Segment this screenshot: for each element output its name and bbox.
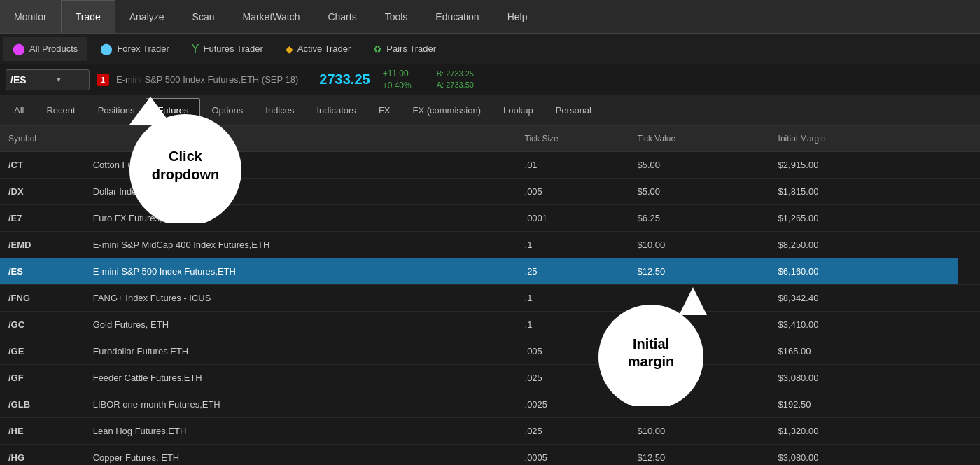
ticker-description: E-mini S&P 500 Index Futures,ETH (SEP 18… [116, 74, 298, 85]
tab-fx[interactable]: FX [368, 98, 402, 123]
cell-description: Lean Hog Futures,ETH [85, 417, 517, 444]
ticker-price: 2733.25 [319, 71, 370, 88]
nav-help[interactable]: Help [493, 0, 542, 33]
ticker-change-pct: +0.40% [383, 80, 412, 92]
cell-ticksize: .0025 [517, 391, 629, 417]
pairs-trader-label: Pairs Trader [386, 43, 436, 54]
table-row[interactable]: /ES E-mini S&P 500 Index Futures,ETH .25… [0, 258, 980, 284]
cell-symbol: /DX [0, 178, 85, 204]
tab-recent[interactable]: Recent [35, 98, 86, 123]
nav-monitor[interactable]: Monitor [0, 0, 61, 33]
top-nav: Monitor Trade Analyze Scan MarketWatch C… [0, 0, 980, 34]
cell-initialmargin: $8,342.40 [770, 284, 958, 311]
cell-initialmargin: $1,815.00 [770, 178, 958, 204]
tab-options[interactable]: Options [200, 98, 254, 123]
table-row[interactable]: /DX Dollar Index Futures .005 $5.00 $1,8… [0, 178, 980, 204]
ticker-change: +11.00 [383, 68, 412, 80]
all-products-label: All Products [29, 43, 78, 54]
tab-personal[interactable]: Personal [545, 98, 603, 123]
cell-ticksize: .025 [517, 417, 629, 444]
cell-initialmargin: $3,410.00 [770, 311, 958, 338]
symbol-dropdown-arrow[interactable]: ▼ [55, 76, 62, 83]
cell-symbol: /GE [0, 338, 85, 364]
nav-trade[interactable]: Trade [61, 0, 115, 33]
cell-symbol: /HG [0, 444, 85, 465]
cell-description: E-mini S&P MidCap 400 Index Futures,ETH [85, 231, 517, 258]
futures-trader-icon: Y [192, 43, 200, 55]
cell-initialmargin: $6,160.00 [770, 258, 958, 284]
table-header-row: Symbol Tick Size Tick Value Initial Marg… [0, 126, 980, 151]
cell-initialmargin: $3,080.00 [770, 364, 958, 391]
table-row[interactable]: /EMD E-mini S&P MidCap 400 Index Futures… [0, 231, 980, 258]
all-products-button[interactable]: ⬤ All Products [3, 37, 88, 61]
ticker-bar: ▼ 1 E-mini S&P 500 Index Futures,ETH (SE… [0, 64, 980, 95]
nav-analyze[interactable]: Analyze [115, 0, 178, 33]
cell-initialmargin: $2,915.00 [770, 151, 958, 178]
cell-symbol: /EMD [0, 231, 85, 258]
tab-lookup[interactable]: Lookup [492, 98, 545, 123]
futures-table: Symbol Tick Size Tick Value Initial Marg… [0, 126, 980, 465]
nav-marketwatch[interactable]: MarketWatch [228, 0, 314, 33]
symbol-selector[interactable]: ▼ [6, 69, 90, 90]
tab-positions[interactable]: Positions [87, 98, 146, 123]
symbol-input[interactable] [10, 74, 52, 85]
cell-ticksize: .005 [517, 338, 629, 364]
nav-scan[interactable]: Scan [178, 0, 229, 33]
cell-ticksize: .1 [517, 284, 629, 311]
forex-trader-icon: ⬤ [100, 42, 113, 55]
table-row[interactable]: /GC Gold Futures, ETH .1 $3,410.00 [0, 311, 980, 338]
table-row[interactable]: /FNG FANG+ Index Futures - ICUS .1 $8,34… [0, 284, 980, 311]
alert-badge[interactable]: 1 [97, 74, 109, 86]
cell-tickvalue: $6.25 [629, 204, 769, 231]
table-row[interactable]: /HE Lean Hog Futures,ETH .025 $10.00 $1,… [0, 417, 980, 444]
cell-ticksize: .01 [517, 151, 629, 178]
cell-symbol: /ES [0, 258, 85, 284]
table-row[interactable]: /HG Copper Futures, ETH .0005 $12.50 $3,… [0, 444, 980, 465]
cell-description: FANG+ Index Futures - ICUS [85, 284, 517, 311]
table-row[interactable]: /GLB LIBOR one-month Futures,ETH .0025 $… [0, 391, 980, 417]
col-header-ticksize: Tick Size [517, 126, 629, 151]
cell-tickvalue [629, 284, 769, 311]
forex-trader-button[interactable]: ⬤ Forex Trader [90, 37, 178, 61]
cell-tickvalue: $10.00 [629, 417, 769, 444]
ticker-bid: B: 2733.25 [437, 69, 474, 79]
cell-description: Euro FX Futures,ETH [85, 204, 517, 231]
nav-charts[interactable]: Charts [314, 0, 370, 33]
cell-tickvalue [629, 311, 769, 338]
cell-ticksize: .0001 [517, 204, 629, 231]
cell-ticksize: .1 [517, 231, 629, 258]
tab-indicators[interactable]: Indicators [306, 98, 368, 123]
table-row[interactable]: /CT Cotton Futures .01 $5.00 $2,915.00 [0, 151, 980, 178]
tab-futures[interactable]: Futures [146, 98, 200, 123]
futures-table-container: Symbol Tick Size Tick Value Initial Marg… [0, 126, 980, 465]
cell-initialmargin: $165.00 [770, 338, 958, 364]
cell-symbol: /FNG [0, 284, 85, 311]
futures-trader-label: Futures Trader [203, 43, 262, 54]
cell-tickvalue: $10.00 [629, 231, 769, 258]
pairs-trader-button[interactable]: ♻ Pairs Trader [363, 37, 446, 61]
ticker-ask: A: 2733.50 [437, 80, 474, 90]
forex-trader-label: Forex Trader [117, 43, 169, 54]
table-row[interactable]: /E7 Euro FX Futures,ETH .0001 $6.25 $1,2… [0, 204, 980, 231]
cell-tickvalue: $5.00 [629, 178, 769, 204]
table-row[interactable]: /GE Eurodollar Futures,ETH .005 $165.00 [0, 338, 980, 364]
tab-fx-commission[interactable]: FX (commission) [402, 98, 493, 123]
col-header-initialmargin: Initial Margin [770, 126, 958, 151]
cell-description: Feeder Cattle Futures,ETH [85, 364, 517, 391]
cell-symbol: /E7 [0, 204, 85, 231]
active-trader-button[interactable]: ◆ Active Trader [276, 37, 361, 61]
cell-description: Dollar Index Futures [85, 178, 517, 204]
active-trader-label: Active Trader [298, 43, 351, 54]
nav-tools[interactable]: Tools [371, 0, 422, 33]
all-products-icon: ⬤ [13, 42, 25, 55]
nav-education[interactable]: Education [421, 0, 493, 33]
cell-symbol: /GF [0, 364, 85, 391]
table-row[interactable]: /GF Feeder Cattle Futures,ETH .025 $3,08… [0, 364, 980, 391]
cell-description: LIBOR one-month Futures,ETH [85, 391, 517, 417]
futures-trader-button[interactable]: Y Futures Trader [182, 37, 273, 61]
table-body: /CT Cotton Futures .01 $5.00 $2,915.00 /… [0, 151, 980, 465]
tab-indices[interactable]: Indices [254, 98, 305, 123]
active-trader-icon: ◆ [286, 43, 293, 55]
cell-description: Copper Futures, ETH [85, 444, 517, 465]
tab-all[interactable]: All [3, 98, 35, 123]
